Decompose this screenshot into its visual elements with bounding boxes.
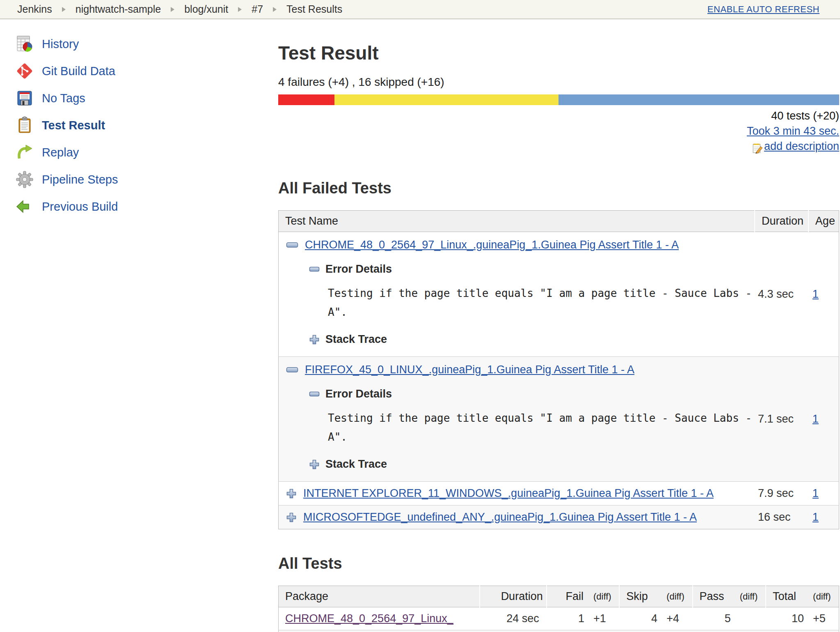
collapse-icon[interactable] bbox=[286, 367, 298, 373]
add-description-link[interactable]: add description bbox=[764, 139, 839, 154]
all-tests-heading: All Tests bbox=[278, 555, 839, 572]
enable-auto-refresh-link[interactable]: ENABLE AUTO REFRESH bbox=[707, 4, 819, 15]
failed-tests-header-row: Test Name Duration Age bbox=[279, 211, 839, 232]
failed-test-row: INTERNET EXPLORER_11_WINDOWS_.guineaPig_… bbox=[279, 482, 839, 506]
failed-test-row: FIREFOX_45_0_LINUX_.guineaPig_1.Guinea P… bbox=[279, 357, 839, 482]
breadcrumb-item-test-results[interactable]: Test Results bbox=[286, 3, 342, 15]
gear-icon bbox=[16, 170, 34, 188]
stack-trace-toggle[interactable]: Stack Trace bbox=[309, 333, 755, 346]
expand-icon[interactable] bbox=[309, 334, 320, 345]
column-duration: Duration bbox=[755, 211, 808, 232]
package-duration: 42 sec bbox=[480, 630, 547, 632]
column-fail-diff: (diff) bbox=[587, 586, 619, 607]
total-tests-label: 40 tests (+20) bbox=[278, 108, 839, 124]
sidebar-item-label: Pipeline Steps bbox=[42, 173, 118, 186]
breadcrumb-item-job[interactable]: nightwatch-sample bbox=[76, 3, 161, 15]
stack-trace-label: Stack Trace bbox=[325, 458, 387, 471]
package-duration: 24 sec bbox=[480, 607, 547, 630]
previous-build-icon bbox=[16, 198, 34, 216]
stack-trace-label: Stack Trace bbox=[325, 333, 387, 346]
failed-test-duration: 4.3 sec bbox=[755, 232, 808, 357]
pass-count: 5 bbox=[693, 607, 733, 630]
test-result-bar bbox=[278, 94, 839, 105]
failed-test-link[interactable]: INTERNET EXPLORER_11_WINDOWS_.guineaPig_… bbox=[303, 487, 714, 500]
pass-diff bbox=[733, 630, 766, 632]
package-row: CHROME_48_0_2564_97_Linux_ 24 sec 1 +1 4… bbox=[279, 607, 839, 630]
failed-test-age-link[interactable]: 1 bbox=[813, 511, 819, 523]
fail-diff: +1 bbox=[587, 630, 619, 632]
took-duration-link[interactable]: Took 3 min 43 sec. bbox=[747, 125, 839, 137]
breadcrumb-separator-icon bbox=[273, 7, 277, 12]
fail-count: 1 bbox=[547, 607, 587, 630]
skip-count: 4 bbox=[619, 630, 660, 632]
expand-icon[interactable] bbox=[286, 488, 297, 499]
total-count: 10 bbox=[766, 607, 806, 630]
sidebar-item-git-build-data[interactable]: Git Build Data bbox=[16, 62, 262, 80]
expand-icon[interactable] bbox=[309, 459, 320, 470]
expand-icon[interactable] bbox=[286, 512, 297, 523]
failed-test-age-link[interactable]: 1 bbox=[813, 487, 819, 499]
breadcrumb-item-build[interactable]: #7 bbox=[252, 3, 263, 15]
sidebar-item-pipeline-steps[interactable]: Pipeline Steps bbox=[16, 170, 262, 188]
failed-test-duration: 7.9 sec bbox=[755, 482, 808, 506]
column-skip-diff: (diff) bbox=[660, 586, 692, 607]
collapse-icon[interactable] bbox=[286, 242, 298, 248]
error-details-label: Error Details bbox=[325, 388, 392, 400]
sidebar-item-label: Git Build Data bbox=[42, 64, 115, 78]
breadcrumb: Jenkins nightwatch-sample blog/xunit #7 … bbox=[0, 0, 840, 19]
error-details-toggle[interactable]: Error Details bbox=[309, 263, 755, 276]
fail-diff: +1 bbox=[587, 607, 619, 630]
breadcrumb-separator-icon bbox=[62, 7, 66, 12]
failed-test-duration: 7.1 sec bbox=[755, 357, 808, 482]
git-icon bbox=[16, 62, 34, 80]
failed-test-link[interactable]: MICROSOFTEDGE_undefined_ANY_.guineaPig_1… bbox=[303, 511, 697, 524]
sidebar-item-label: Replay bbox=[42, 146, 79, 159]
clipboard-icon bbox=[16, 116, 34, 134]
all-tests-header-row: Package Duration Fail (diff) Skip (diff)… bbox=[279, 586, 839, 607]
column-total: Total bbox=[766, 586, 806, 607]
page-title: Test Result bbox=[278, 42, 839, 64]
error-message: Testing if the page title equals "I am a… bbox=[328, 409, 755, 446]
breadcrumb-item-branch[interactable]: blog/xunit bbox=[184, 3, 228, 15]
error-details-toggle[interactable]: Error Details bbox=[309, 388, 755, 400]
total-diff: +5 bbox=[806, 630, 839, 632]
sidebar: History Git Build Data bbox=[16, 35, 262, 225]
failed-test-link[interactable]: FIREFOX_45_0_LINUX_.guineaPig_1.Guinea P… bbox=[305, 363, 634, 376]
collapse-icon[interactable] bbox=[309, 391, 320, 397]
replay-icon bbox=[16, 143, 34, 161]
failed-test-link[interactable]: CHROME_48_0_2564_97_Linux_.guineaPig_1.G… bbox=[305, 239, 679, 251]
sidebar-item-test-result[interactable]: Test Result bbox=[16, 116, 262, 134]
sidebar-item-label: History bbox=[42, 37, 79, 51]
failed-test-age-link[interactable]: 1 bbox=[813, 288, 819, 300]
sidebar-item-history[interactable]: History bbox=[16, 35, 262, 53]
stack-trace-toggle[interactable]: Stack Trace bbox=[309, 458, 755, 471]
skip-diff: +4 bbox=[660, 630, 692, 632]
error-details-label: Error Details bbox=[325, 263, 392, 276]
failed-test-row: CHROME_48_0_2564_97_Linux_.guineaPig_1.G… bbox=[279, 232, 839, 357]
fail-count: 1 bbox=[547, 630, 587, 632]
column-skip: Skip bbox=[619, 586, 660, 607]
passed-bar-segment bbox=[558, 94, 839, 105]
column-fail: Fail bbox=[547, 586, 587, 607]
breadcrumb-separator-icon bbox=[238, 7, 242, 12]
column-test-name: Test Name bbox=[279, 211, 755, 232]
breadcrumb-item-jenkins[interactable]: Jenkins bbox=[17, 3, 52, 15]
skipped-bar-segment bbox=[334, 94, 559, 105]
failed-tests-table: Test Name Duration Age CHROME_48_0_2564_… bbox=[278, 210, 839, 529]
skip-count: 4 bbox=[619, 607, 660, 630]
column-duration: Duration bbox=[480, 586, 547, 607]
failed-test-duration: 16 sec bbox=[755, 506, 808, 529]
package-link[interactable]: CHROME_48_0_2564_97_Linux_ bbox=[285, 612, 453, 625]
sidebar-item-replay[interactable]: Replay bbox=[16, 143, 262, 161]
failed-tests-heading: All Failed Tests bbox=[278, 179, 839, 197]
sidebar-item-previous-build[interactable]: Previous Build bbox=[16, 198, 262, 216]
column-age: Age bbox=[808, 211, 839, 232]
column-total-diff: (diff) bbox=[806, 586, 839, 607]
column-package: Package bbox=[279, 586, 480, 607]
all-tests-table: Package Duration Fail (diff) Skip (diff)… bbox=[278, 586, 839, 632]
sidebar-item-no-tags[interactable]: No Tags bbox=[16, 89, 262, 107]
collapse-icon[interactable] bbox=[309, 267, 320, 272]
column-pass-diff: (diff) bbox=[733, 586, 766, 607]
column-pass: Pass bbox=[693, 586, 733, 607]
failed-test-age-link[interactable]: 1 bbox=[813, 413, 819, 425]
